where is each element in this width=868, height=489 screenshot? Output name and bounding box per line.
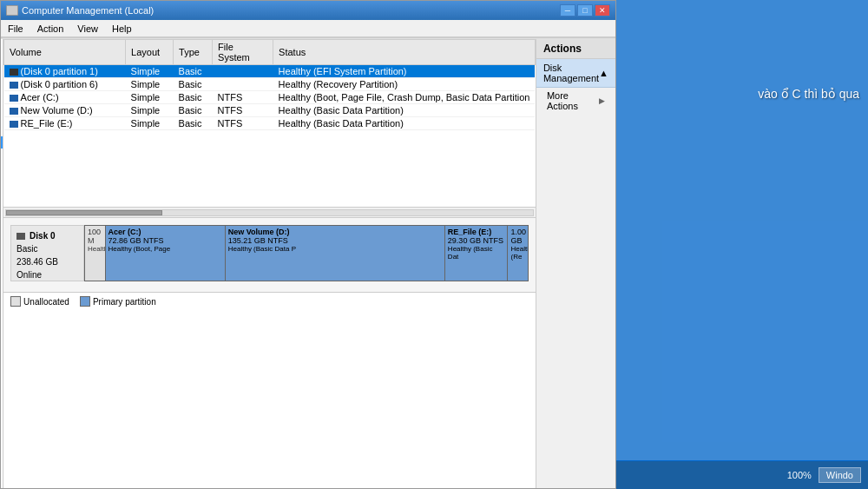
cell-volume: RE_File (E:)	[4, 117, 126, 130]
actions-more-actions[interactable]: More Actions ▶	[536, 88, 615, 114]
disk-size: 238.46 GB	[16, 255, 78, 268]
partition-size: 29.30 GB NTFS	[448, 236, 505, 245]
cell-volume: (Disk 0 partition 6)	[4, 78, 126, 91]
menu-view[interactable]: View	[74, 23, 102, 35]
cell-layout: Simple	[126, 78, 174, 91]
cell-layout: Simple	[126, 117, 174, 130]
cell-volume: New Volume (D:)	[4, 104, 126, 117]
cell-type: Basic	[174, 117, 213, 130]
window-title: Computer Management (Local)	[22, 5, 154, 16]
minimize-button[interactable]: ─	[560, 4, 575, 17]
more-actions-arrow: ▶	[599, 96, 605, 105]
maximize-button[interactable]: □	[577, 4, 593, 17]
actions-section: Disk Management ▲ More Actions ▶	[536, 59, 615, 114]
zoom-level: 100%	[787, 470, 812, 480]
col-filesystem[interactable]: File System	[213, 40, 273, 65]
disk-row-icon	[10, 82, 18, 89]
partition-status: Healthy (Re	[510, 245, 524, 261]
cell-type: Basic	[174, 65, 213, 78]
disk-name: Disk 0	[30, 229, 55, 242]
disk-row-icon	[10, 108, 18, 115]
disk-label: Disk 0 Basic 238.46 GB Online	[10, 225, 84, 281]
table-row[interactable]: (Disk 0 partition 1)SimpleBasicHealthy (…	[4, 65, 536, 78]
cell-layout: Simple	[126, 65, 174, 78]
disk-status: Online	[16, 268, 78, 281]
partition-size: 1.00 GB	[510, 228, 524, 245]
legend: Unallocated Primary partition	[3, 292, 536, 310]
menu-help[interactable]: Help	[108, 23, 135, 35]
menu-bar: File Action View Help	[1, 20, 615, 37]
cell-filesystem	[213, 78, 273, 91]
scrollbar-track[interactable]	[5, 209, 534, 216]
disk-row-icon	[10, 69, 18, 76]
partition-name: RE_File (E:)	[448, 228, 505, 236]
disk-partitions: 100 MHealthAcer (C:)72.86 GB NTFSHealthy…	[84, 225, 529, 281]
menu-action[interactable]: Action	[34, 23, 68, 35]
disk-partition-0[interactable]: 100 MHealth	[85, 226, 105, 281]
col-status[interactable]: Status	[273, 40, 536, 65]
actions-disk-management-header[interactable]: Disk Management ▲	[536, 59, 615, 88]
cell-status: Healthy (Boot, Page File, Crash Dump, Ba…	[273, 91, 536, 104]
cell-status: Healthy (Recovery Partition)	[273, 78, 536, 91]
scrollbar-thumb[interactable]	[6, 210, 162, 215]
titlebar: Computer Management (Local) ─ □ ✕	[1, 1, 615, 20]
menu-file[interactable]: File	[4, 23, 27, 35]
table-row[interactable]: Acer (C:)SimpleBasicNTFSHealthy (Boot, P…	[4, 91, 536, 104]
legend-label-unallocated: Unallocated	[23, 297, 69, 307]
cell-filesystem	[213, 65, 273, 78]
disk-partition-2[interactable]: New Volume (D:)135.21 GB NTFSHealthy (Ba…	[226, 226, 445, 281]
partition-size: 100 M	[88, 228, 102, 245]
sidebar-item-root[interactable]: ▼ Computer Management (Local)	[1, 39, 3, 51]
actions-panel: Actions Disk Management ▲ More Actions ▶	[536, 39, 615, 488]
cell-type: Basic	[174, 78, 213, 91]
taskbar-window-item[interactable]: Windo	[819, 467, 861, 483]
horizontal-scrollbar[interactable]	[3, 207, 536, 217]
disk-row-icon	[10, 95, 18, 102]
disk-partition-1[interactable]: Acer (C:)72.86 GB NTFSHealthy (Boot, Pag…	[106, 226, 226, 281]
col-volume[interactable]: Volume	[4, 40, 126, 65]
table-row[interactable]: RE_File (E:)SimpleBasicNTFSHealthy (Basi…	[4, 117, 536, 130]
col-layout[interactable]: Layout	[126, 40, 174, 65]
partition-status: Healthy (Basic Dat	[448, 245, 505, 261]
right-overlay: vào ổ C thì bỏ qua	[616, 0, 868, 460]
content-area: ▼ Computer Management (Local) ▼ System T…	[1, 39, 615, 488]
legend-unallocated: Unallocated	[10, 296, 69, 307]
cell-volume: Acer (C:)	[4, 91, 126, 104]
main-content: Volume Layout Type File System Status (D…	[3, 39, 536, 488]
disk-row: Disk 0 Basic 238.46 GB Online 100 MHealt…	[10, 225, 529, 281]
cell-layout: Simple	[126, 104, 174, 117]
cell-type: Basic	[174, 104, 213, 117]
table-row[interactable]: New Volume (D:)SimpleBasicNTFSHealthy (B…	[4, 104, 536, 117]
partition-size: 135.21 GB NTFS	[228, 236, 442, 245]
collapse-icon: ▲	[599, 68, 608, 78]
titlebar-title: Computer Management (Local)	[6, 5, 154, 16]
close-button[interactable]: ✕	[595, 4, 610, 17]
legend-label-primary: Primary partition	[93, 297, 156, 307]
disk-table: Volume Layout Type File System Status (D…	[3, 39, 536, 130]
cell-filesystem: NTFS	[213, 117, 273, 130]
disk-partition-4[interactable]: 1.00 GBHealthy (Re	[508, 226, 527, 281]
partition-table: Volume Layout Type File System Status (D…	[3, 39, 536, 207]
legend-primary: Primary partition	[80, 296, 156, 307]
partition-status: Healthy (Basic Data P	[228, 245, 442, 253]
cell-filesystem: NTFS	[213, 91, 273, 104]
col-type[interactable]: Type	[174, 40, 213, 65]
computer-icon	[6, 5, 18, 16]
more-actions-label: More Actions	[547, 90, 599, 111]
taskbar: 100% Windo	[616, 461, 868, 489]
disk-partition-3[interactable]: RE_File (E:)29.30 GB NTFSHealthy (Basic …	[445, 226, 509, 281]
partition-name: New Volume (D:)	[228, 228, 442, 236]
disk-icon-small	[16, 233, 25, 240]
legend-box-unallocated	[10, 296, 21, 307]
table-row[interactable]: (Disk 0 partition 6)SimpleBasicHealthy (…	[4, 78, 536, 91]
actions-panel-title: Actions	[536, 39, 615, 59]
empty-area	[3, 310, 536, 488]
partition-name: Acer (C:)	[108, 228, 222, 236]
disk-type: Basic	[16, 242, 78, 255]
legend-box-primary	[80, 296, 90, 307]
partition-status: Healthy (Boot, Page	[108, 245, 222, 253]
cell-type: Basic	[174, 91, 213, 104]
cell-status: Healthy (EFI System Partition)	[273, 65, 536, 78]
partition-size: 72.86 GB NTFS	[108, 236, 222, 245]
actions-section-title: Disk Management	[543, 63, 599, 83]
